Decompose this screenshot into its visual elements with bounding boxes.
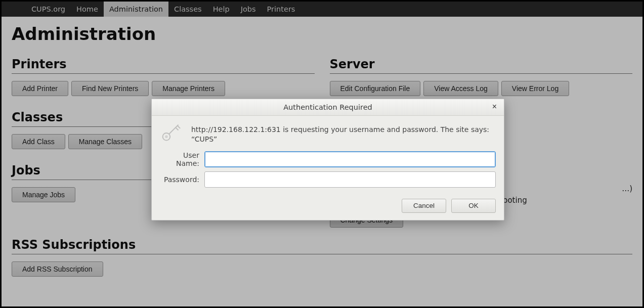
username-input[interactable]: [204, 151, 496, 167]
manage-classes-button[interactable]: Manage Classes: [68, 134, 142, 149]
nav-administration[interactable]: Administration: [104, 2, 168, 17]
edit-config-file-button[interactable]: Edit Configuration File: [330, 81, 421, 96]
nav-home[interactable]: Home: [71, 2, 104, 17]
password-label: Password:: [160, 175, 199, 184]
nav-help[interactable]: Help: [207, 2, 235, 17]
add-rss-subscription-button[interactable]: Add RSS Subscription: [12, 261, 103, 277]
auth-dialog-title-text: Authentication Required: [283, 103, 372, 111]
manage-jobs-button[interactable]: Manage Jobs: [12, 187, 75, 202]
manage-printers-button[interactable]: Manage Printers: [152, 81, 225, 96]
top-nav: CUPS.org Home Administration Classes Hel…: [2, 2, 642, 17]
nav-classes[interactable]: Classes: [168, 2, 207, 17]
key-icon: [160, 123, 182, 143]
auth-dialog-message: http://192.168.122.1:631 is requesting y…: [191, 123, 496, 144]
printers-heading: Printers: [12, 57, 315, 71]
password-input[interactable]: [204, 171, 496, 188]
view-access-log-button[interactable]: View Access Log: [423, 81, 498, 96]
page-title: Administration: [12, 24, 632, 44]
cancel-button[interactable]: Cancel: [402, 199, 446, 213]
rss-section: RSS Subscriptions Add RSS Subscription: [12, 238, 632, 277]
rss-heading: RSS Subscriptions: [12, 238, 632, 252]
auth-dialog-title: Authentication Required ×: [152, 99, 504, 116]
nav-jobs[interactable]: Jobs: [235, 2, 262, 17]
add-class-button[interactable]: Add Class: [12, 134, 65, 149]
server-check-hidden-tail: …): [622, 184, 632, 193]
svg-point-1: [165, 136, 167, 138]
find-new-printers-button[interactable]: Find New Printers: [71, 81, 149, 96]
nav-printers[interactable]: Printers: [262, 2, 301, 17]
auth-dialog: Authentication Required × http://192.168…: [151, 99, 504, 221]
username-label: User Name:: [160, 151, 199, 167]
nav-cups-org[interactable]: CUPS.org: [26, 2, 71, 17]
add-printer-button[interactable]: Add Printer: [12, 81, 68, 96]
ok-button[interactable]: OK: [451, 199, 496, 213]
close-icon[interactable]: ×: [490, 102, 499, 111]
printers-section: Printers Add Printer Find New Printers M…: [12, 57, 315, 96]
server-heading: Server: [330, 57, 633, 71]
view-error-log-button[interactable]: View Error Log: [501, 81, 569, 96]
